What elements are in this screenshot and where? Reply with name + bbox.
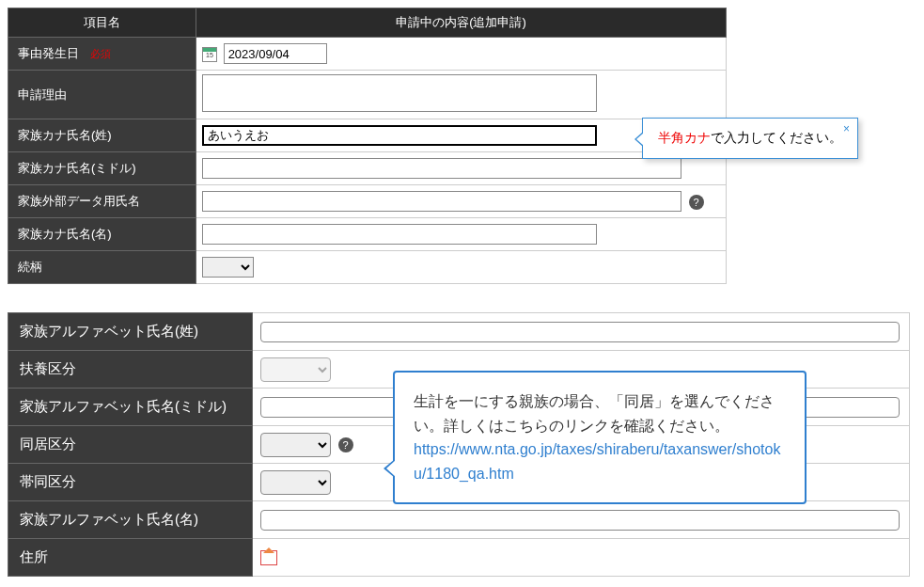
- help-icon[interactable]: ?: [338, 437, 353, 452]
- help-tooltip-text: 生計を一にする親族の場合、「同居」を選んでください。詳しくはこちらのリンクを確認…: [414, 389, 786, 437]
- label-taido: 帯同区分: [8, 464, 253, 501]
- label-kana-mid: 家族カナ氏名(ミドル): [8, 152, 196, 185]
- application-form-table: 項目名 申請中の内容(追加申請) 事由発生日 必須 申請理由 家族カナ氏名(姓)…: [8, 8, 727, 284]
- label-alpha-sei: 家族アルファベット氏名(姓): [8, 313, 253, 351]
- label-reason: 申請理由: [8, 71, 196, 119]
- kana-sei-input[interactable]: [202, 125, 597, 146]
- taido-select[interactable]: [260, 470, 331, 495]
- label-alpha-mei: 家族アルファベット氏名(名): [8, 501, 253, 539]
- reason-textarea[interactable]: [202, 74, 597, 112]
- required-badge: 必須: [90, 48, 111, 59]
- validation-tooltip: × 半角カナで入力してください。: [642, 118, 858, 159]
- alpha-sei-input[interactable]: [260, 322, 900, 342]
- help-icon[interactable]: ?: [689, 195, 704, 210]
- help-tooltip: 生計を一にする親族の場合、「同居」を選んでください。詳しくはこちらのリンクを確認…: [393, 371, 807, 504]
- help-tooltip-link[interactable]: https://www.nta.go.jp/taxes/shiraberu/ta…: [414, 441, 780, 482]
- label-ext-name: 家族外部データ用氏名: [8, 185, 196, 218]
- label-dokyo: 同居区分: [8, 426, 253, 464]
- label-kana-mei: 家族カナ氏名(名): [8, 218, 196, 251]
- kana-mid-input[interactable]: [202, 158, 681, 179]
- close-icon[interactable]: ×: [843, 122, 850, 135]
- tooltip-text: で入力してください。: [711, 130, 842, 145]
- event-date-input[interactable]: [224, 43, 327, 64]
- relation-select[interactable]: [202, 257, 254, 278]
- tooltip-highlight: 半角カナ: [658, 130, 711, 145]
- fuyo-select: [260, 357, 331, 382]
- header-item-name: 項目名: [8, 8, 196, 38]
- dokyo-select[interactable]: [260, 433, 331, 457]
- label-event-date: 事由発生日 必須: [8, 38, 196, 71]
- ext-name-input[interactable]: [202, 191, 681, 212]
- label-kana-sei: 家族カナ氏名(姓): [8, 119, 196, 152]
- header-content: 申請中の内容(追加申請): [196, 8, 727, 38]
- label-address: 住所: [8, 539, 253, 577]
- kana-mei-input[interactable]: [202, 224, 597, 245]
- label-fuyo: 扶養区分: [8, 351, 253, 389]
- label-relation: 続柄: [8, 251, 196, 284]
- home-icon[interactable]: [260, 550, 277, 565]
- label-alpha-mid: 家族アルファベット氏名(ミドル): [8, 389, 253, 426]
- alpha-mei-input[interactable]: [260, 510, 900, 531]
- calendar-icon[interactable]: [202, 47, 217, 62]
